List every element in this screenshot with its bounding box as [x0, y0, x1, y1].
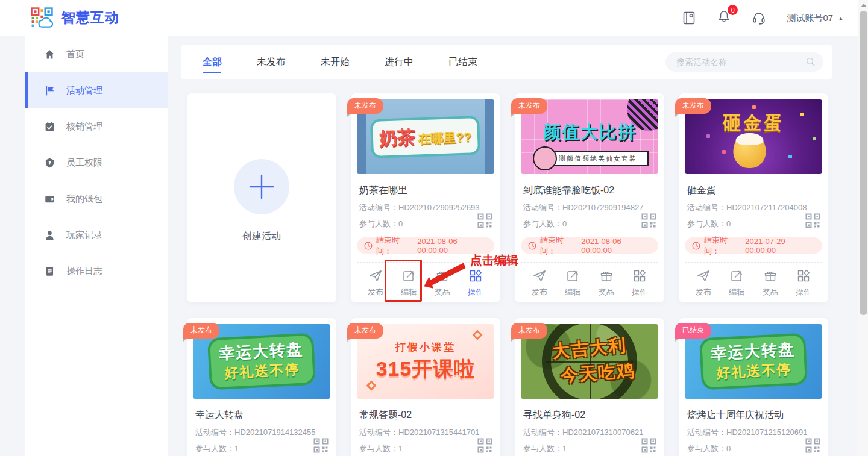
code-value: HD2021071914132455 [234, 428, 315, 437]
caret-up-icon: ▲ [838, 15, 844, 22]
activity-participants: 参与人数：1 [195, 443, 328, 454]
code-label: 活动编号： [523, 203, 562, 212]
activity-title: 奶茶在哪里 [359, 184, 492, 197]
qrcode-icon[interactable] [641, 438, 656, 453]
create-activity-card[interactable]: 创建活动 [187, 93, 336, 302]
banner-text: 砸金蛋 [723, 111, 784, 136]
activity-title: 到底谁能靠脸吃饭-02 [523, 184, 656, 197]
end-time: 结束时间：2021-08-06 00:00:00 [357, 237, 494, 254]
participants-label: 参与人数： [195, 444, 234, 453]
create-circle [234, 159, 289, 214]
filter-tabbar: 全部 未发布 未开始 进行中 已结束 [181, 45, 832, 79]
operations-squares-icon [796, 269, 811, 283]
end-time-value: 2021-08-06 00:00:00 [581, 237, 651, 255]
activity-participants: 参与人数：0 [359, 219, 492, 230]
qrcode-icon[interactable] [313, 438, 329, 453]
banner-text: 好礼送不停 [219, 360, 304, 383]
tab-unpublished[interactable]: 未发布 [257, 45, 286, 79]
tab-in-progress[interactable]: 进行中 [385, 45, 414, 79]
paper-plane-icon [696, 269, 711, 283]
activity-code: 活动编号：HD2021071310070621 [523, 427, 656, 438]
end-time-value: 2021-07-29 00:00:00 [745, 237, 815, 255]
tab-all[interactable]: 全部 [203, 45, 222, 79]
gift-icon [599, 269, 614, 283]
activity-code: 活动编号：HD2021071315441701 [359, 427, 492, 438]
activity-code: 活动编号：HD2021072909252693 [359, 202, 492, 213]
code-value: HD2021072909252693 [398, 203, 479, 212]
activity-card: 未发布 大吉大利 今天吃鸡 寻找单身狗-02 活动编号：HD2021071310… [515, 318, 664, 456]
activity-code: 活动编号：HD2021071914132455 [195, 427, 328, 438]
brand-logo-icon [30, 7, 54, 29]
account-menu[interactable]: 测试账号07 ▲ [787, 13, 844, 24]
tab-ended[interactable]: 已结束 [448, 45, 477, 79]
activity-participants: 参与人数：0 [687, 443, 820, 454]
annotation-arrow-icon [422, 261, 467, 289]
code-label: 活动编号： [687, 428, 726, 437]
scrollbar-up-arrow-icon[interactable] [861, 4, 867, 7]
status-badge: 未发布 [511, 98, 547, 114]
operations-button[interactable]: 操作 [626, 269, 653, 298]
banner-text: 颜值大比拼 [543, 120, 637, 145]
banner-text: 315开课啦 [376, 355, 476, 383]
search-icon[interactable] [805, 57, 816, 67]
operations-squares-icon [632, 269, 647, 283]
sidebar-item-player-records[interactable]: 玩家记录 [25, 217, 168, 253]
qrcode-icon[interactable] [805, 213, 820, 228]
publish-button[interactable]: 发布 [362, 269, 389, 298]
card-actions: 发布 编辑 奖品 操作 [685, 263, 822, 298]
code-label: 活动编号： [687, 203, 726, 212]
annotation-text: 点击编辑 [470, 252, 518, 269]
edit-button[interactable]: 编辑 [723, 269, 750, 298]
scrollbar-thumb[interactable] [860, 11, 867, 315]
home-icon [45, 49, 55, 60]
tab-not-started[interactable]: 未开始 [321, 45, 350, 79]
publish-button[interactable]: 发布 [526, 269, 553, 298]
prizes-button[interactable]: 奖品 [593, 269, 620, 298]
clock-icon [528, 242, 536, 250]
qrcode-icon[interactable] [805, 438, 820, 453]
banner-text: 打假小课堂 [395, 340, 456, 354]
publish-button[interactable]: 发布 [690, 269, 717, 298]
end-time-label: 结束时间： [540, 235, 577, 257]
plus-icon [248, 173, 275, 201]
participants-value: 0 [398, 219, 403, 228]
brand[interactable]: 智慧互动 [30, 7, 119, 29]
manual-book-icon[interactable] [682, 11, 696, 25]
qrcode-icon[interactable] [641, 213, 656, 228]
edit-button[interactable]: 编辑 [559, 269, 587, 298]
operations-button[interactable]: 操作 [790, 269, 817, 298]
code-value: HD2021072909194827 [562, 203, 643, 212]
activity-participants: 参与人数：1 [523, 443, 656, 454]
end-time-label: 结束时间： [376, 235, 414, 257]
log-document-icon [45, 266, 55, 276]
sidebar-item-label: 员工权限 [66, 157, 102, 169]
participants-value: 0 [726, 219, 731, 228]
search-input[interactable] [665, 52, 823, 72]
qrcode-icon[interactable] [477, 213, 492, 228]
activity-title: 寻找单身狗-02 [523, 409, 656, 422]
sidebar-item-wallet[interactable]: 我的钱包 [25, 181, 168, 217]
participants-label: 参与人数： [359, 444, 398, 453]
vertical-scrollbar[interactable] [858, 0, 868, 456]
notifications[interactable]: 0 [717, 10, 731, 27]
prizes-button[interactable]: 奖品 [756, 269, 784, 298]
sidebar-item-verification[interactable]: 核销管理 [25, 108, 168, 145]
participants-label: 参与人数： [687, 444, 726, 453]
end-time: 结束时间：2021-08-06 00:00:00 [521, 237, 658, 254]
sidebar-item-operation-logs[interactable]: 操作日志 [25, 253, 168, 289]
activity-participants: 参与人数：0 [687, 219, 820, 230]
sidebar-item-staff-permissions[interactable]: 员工权限 [25, 145, 168, 181]
qrcode-icon[interactable] [477, 438, 492, 453]
clock-icon [692, 242, 700, 250]
code-value: HD2021071315441701 [398, 428, 479, 437]
sidebar-item-label: 玩家记录 [66, 230, 102, 241]
activity-participants: 参与人数：1 [359, 443, 492, 454]
code-label: 活动编号： [195, 428, 234, 437]
operations-squares-icon [468, 269, 483, 283]
edit-button[interactable]: 编辑 [395, 269, 423, 298]
sidebar-item-activities[interactable]: 活动管理 [25, 72, 168, 108]
headset-support-icon[interactable] [752, 11, 766, 25]
edit-pencil-icon [729, 269, 744, 283]
sidebar-item-label: 操作日志 [66, 266, 102, 277]
sidebar-item-home[interactable]: 首页 [25, 36, 168, 72]
